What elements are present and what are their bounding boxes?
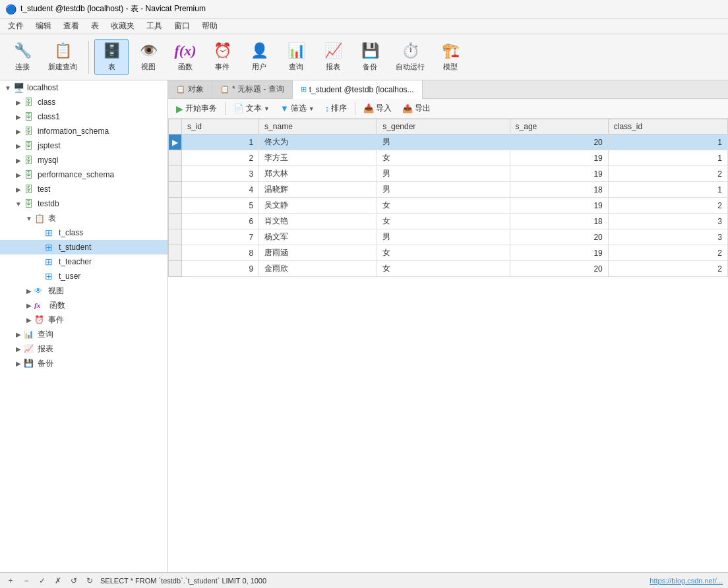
toolbar-report[interactable]: 📈 报表 bbox=[316, 39, 350, 75]
status-delete-btn[interactable]: − bbox=[21, 575, 32, 586]
sidebar-item-t-user[interactable]: ⊞ t_user bbox=[0, 269, 167, 283]
status-refresh-btn[interactable]: ↺ bbox=[69, 575, 79, 586]
tab-objects[interactable]: 📋 对象 bbox=[168, 80, 212, 98]
cell-class-id-7[interactable]: 2 bbox=[608, 245, 727, 261]
toolbar-model[interactable]: 🏗️ 模型 bbox=[433, 39, 468, 75]
toolbar-backup[interactable]: 💾 备份 bbox=[353, 39, 387, 75]
cell-s-gender-2[interactable]: 男 bbox=[377, 166, 510, 182]
table-row[interactable]: 4 温晓辉 男 18 1 bbox=[169, 182, 728, 198]
menu-item-窗口[interactable]: 窗口 bbox=[169, 19, 195, 33]
toolbar-event[interactable]: ⏰ 事件 bbox=[205, 39, 239, 75]
cell-s-age-6[interactable]: 20 bbox=[510, 229, 608, 245]
cell-s-id-0[interactable]: 1 bbox=[182, 134, 259, 150]
cell-s-id-2[interactable]: 3 bbox=[182, 166, 259, 182]
cell-s-gender-5[interactable]: 女 bbox=[377, 214, 510, 229]
cell-s-id-7[interactable]: 8 bbox=[182, 245, 259, 261]
cell-s-id-5[interactable]: 6 bbox=[182, 214, 259, 229]
cell-s-age-1[interactable]: 19 bbox=[510, 150, 608, 166]
cell-s-name-0[interactable]: 佟大为 bbox=[259, 134, 377, 150]
cell-s-age-4[interactable]: 19 bbox=[510, 198, 608, 214]
sidebar-item-t-class[interactable]: ⊞ t_class bbox=[0, 225, 167, 240]
cell-class-id-6[interactable]: 3 bbox=[608, 229, 727, 245]
sidebar-item-testdb[interactable]: ▼ 🗄 testdb bbox=[0, 196, 167, 211]
cell-s-name-4[interactable]: 吴文静 bbox=[259, 198, 377, 214]
sidebar-item-class[interactable]: ▶ 🗄 class bbox=[0, 95, 167, 109]
sidebar-item-events[interactable]: ▶ ⏰ 事件 bbox=[0, 312, 167, 327]
toolbar-table[interactable]: 🗄️ 表 bbox=[94, 39, 129, 75]
sidebar-item-mysql[interactable]: ▶ 🗄 mysql bbox=[0, 153, 167, 167]
cell-class-id-2[interactable]: 2 bbox=[608, 166, 727, 182]
cell-class-id-5[interactable]: 3 bbox=[608, 214, 727, 229]
toolbar-autorun[interactable]: ⏱️ 自动运行 bbox=[390, 39, 431, 75]
menu-item-工具[interactable]: 工具 bbox=[141, 19, 167, 33]
sidebar-item-jsptest[interactable]: ▶ 🗄 jsptest bbox=[0, 138, 167, 153]
cell-s-id-3[interactable]: 4 bbox=[182, 182, 259, 198]
menu-item-编辑[interactable]: 编辑 bbox=[30, 19, 57, 33]
cell-class-id-3[interactable]: 1 bbox=[608, 182, 727, 198]
sidebar-item-localhost[interactable]: ▼ 🖥️ localhost bbox=[0, 80, 167, 95]
cell-s-name-1[interactable]: 李方玉 bbox=[259, 150, 377, 166]
cell-s-age-0[interactable]: 20 bbox=[510, 134, 608, 150]
cell-s-gender-3[interactable]: 男 bbox=[377, 182, 510, 198]
toolbar-user[interactable]: 👤 用户 bbox=[242, 39, 276, 75]
menu-item-文件[interactable]: 文件 bbox=[3, 19, 29, 33]
sidebar-item-tables[interactable]: ▼ 📋 表 bbox=[0, 211, 167, 225]
sidebar-item-views[interactable]: ▶ 👁 视图 bbox=[0, 283, 167, 298]
cell-s-gender-7[interactable]: 女 bbox=[377, 245, 510, 261]
cell-s-name-2[interactable]: 郑大林 bbox=[259, 166, 377, 182]
col-class-id[interactable]: class_id bbox=[608, 119, 727, 134]
cell-s-age-2[interactable]: 19 bbox=[510, 166, 608, 182]
table-row[interactable]: 6 肖文艳 女 18 3 bbox=[169, 214, 728, 229]
menu-item-帮助[interactable]: 帮助 bbox=[197, 19, 223, 33]
cell-s-age-8[interactable]: 20 bbox=[510, 261, 608, 277]
menu-item-表[interactable]: 表 bbox=[86, 19, 104, 33]
cell-s-age-3[interactable]: 18 bbox=[510, 182, 608, 198]
sidebar-item-queries[interactable]: ▶ 📊 查询 bbox=[0, 327, 167, 341]
col-s-name[interactable]: s_name bbox=[259, 119, 377, 134]
tab-t-student[interactable]: ⊞ t_student @testdb (localhos... bbox=[293, 80, 423, 99]
col-s-gender[interactable]: s_gender bbox=[377, 119, 510, 134]
sidebar-item-t-teacher[interactable]: ⊞ t_teacher bbox=[0, 254, 167, 269]
toolbar-connect[interactable]: 🔧 连接 bbox=[5, 39, 40, 75]
menu-item-查看[interactable]: 查看 bbox=[58, 19, 84, 33]
cell-s-id-8[interactable]: 9 bbox=[182, 261, 259, 277]
cell-s-name-8[interactable]: 金雨欣 bbox=[259, 261, 377, 277]
col-s-id[interactable]: s_id bbox=[182, 119, 259, 134]
cell-s-name-5[interactable]: 肖文艳 bbox=[259, 214, 377, 229]
table-row[interactable]: 8 唐雨涵 女 19 2 bbox=[169, 245, 728, 261]
table-row[interactable]: 3 郑大林 男 19 2 bbox=[169, 166, 728, 182]
cell-s-id-6[interactable]: 7 bbox=[182, 229, 259, 245]
cell-s-gender-8[interactable]: 女 bbox=[377, 261, 510, 277]
btn-filter[interactable]: ▼ 筛选 ▼ bbox=[276, 102, 318, 115]
toolbar-function[interactable]: f(x) 函数 bbox=[168, 39, 202, 75]
cell-s-id-1[interactable]: 2 bbox=[182, 150, 259, 166]
cell-s-gender-4[interactable]: 女 bbox=[377, 198, 510, 214]
toolbar-new-query[interactable]: 📋 新建查询 bbox=[42, 39, 83, 75]
cell-s-id-4[interactable]: 5 bbox=[182, 198, 259, 214]
status-cancel-btn[interactable]: ✗ bbox=[53, 575, 63, 586]
table-row[interactable]: 7 杨文军 男 20 3 bbox=[169, 229, 728, 245]
tab-new-query[interactable]: 📋 * 无标题 - 查询 bbox=[212, 80, 293, 98]
table-row[interactable]: ▶ 1 佟大为 男 20 1 bbox=[169, 134, 728, 150]
menu-item-收藏夹[interactable]: 收藏夹 bbox=[106, 19, 140, 33]
toolbar-query[interactable]: 📊 查询 bbox=[279, 39, 313, 75]
cell-s-age-5[interactable]: 18 bbox=[510, 214, 608, 229]
col-s-age[interactable]: s_age bbox=[510, 119, 608, 134]
btn-export[interactable]: 📤 导出 bbox=[398, 102, 435, 115]
cell-s-gender-1[interactable]: 女 bbox=[377, 150, 510, 166]
cell-s-gender-6[interactable]: 男 bbox=[377, 229, 510, 245]
status-next-btn[interactable]: ↻ bbox=[84, 575, 95, 586]
cell-s-name-6[interactable]: 杨文军 bbox=[259, 229, 377, 245]
status-confirm-btn[interactable]: ✓ bbox=[37, 575, 47, 586]
cell-s-gender-0[interactable]: 男 bbox=[377, 134, 510, 150]
sidebar-item-class1[interactable]: ▶ 🗄 class1 bbox=[0, 109, 167, 124]
cell-class-id-0[interactable]: 1 bbox=[608, 134, 727, 150]
status-add-btn[interactable]: + bbox=[5, 575, 16, 586]
sidebar-item-perf-schema[interactable]: ▶ 🗄 performance_schema bbox=[0, 167, 167, 182]
table-row[interactable]: 5 吴文静 女 19 2 bbox=[169, 198, 728, 214]
btn-text[interactable]: 📄 文本 ▼ bbox=[229, 102, 274, 115]
sidebar-item-backup[interactable]: ▶ 💾 备份 bbox=[0, 356, 167, 370]
cell-s-name-3[interactable]: 温晓辉 bbox=[259, 182, 377, 198]
btn-import[interactable]: 📥 导入 bbox=[359, 102, 396, 115]
btn-begin-transaction[interactable]: ▶ 开始事务 bbox=[172, 102, 221, 115]
